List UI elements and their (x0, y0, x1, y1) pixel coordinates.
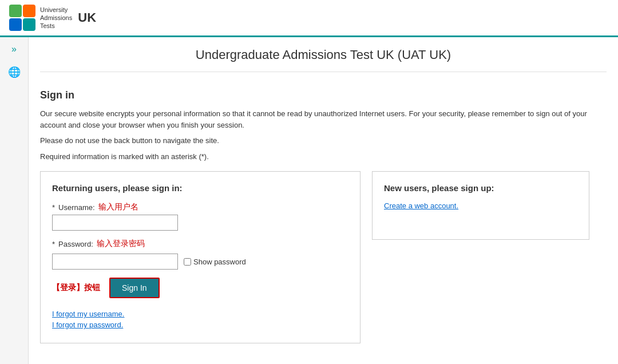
forgot-password-link[interactable]: I forgot my password. (52, 321, 348, 329)
page-wrapper: » 🌐 Undergraduate Admissions Test UK (UA… (0, 37, 618, 364)
signin-action-row: 【登录】按钮 Sign In (52, 278, 348, 298)
logo-squares (9, 5, 35, 31)
logo-container: University Admissions Tests UK (9, 5, 96, 31)
header: University Admissions Tests UK (0, 0, 618, 37)
logo-sq-orange (23, 5, 35, 17)
info-text-1: Our secure website encrypts your persona… (40, 108, 607, 130)
login-annotation: 【登录】按钮 (52, 283, 100, 293)
forgot-links: I forgot my username. I forgot my passwo… (52, 310, 348, 329)
new-users-box: New users, please sign up: Create a web … (372, 171, 589, 240)
show-password-label[interactable]: Show password (184, 258, 246, 266)
logo-sq-green (9, 5, 22, 17)
username-input[interactable] (52, 215, 178, 231)
logo-line1: University (40, 6, 72, 14)
page-title: Undergraduate Admissions Test UK (UAT UK… (40, 48, 607, 62)
two-col-layout: Returning users, please sign in: * Usern… (40, 171, 607, 343)
page-title-bar: Undergraduate Admissions Test UK (UAT UK… (40, 37, 607, 72)
password-input-row: Show password (52, 254, 348, 270)
show-password-checkbox[interactable] (184, 258, 191, 266)
username-label-row: * Username: 输入用户名 (52, 202, 138, 212)
logo-sq-teal (23, 18, 35, 31)
logo-line3: Tests (40, 22, 72, 30)
password-annotation: 输入登录密码 (97, 239, 145, 249)
show-password-text: Show password (193, 258, 246, 266)
sidebar-chevron-icon[interactable]: » (11, 44, 17, 54)
returning-users-heading: Returning users, please sign in: (52, 183, 348, 193)
create-web-account-link[interactable]: Create a web account. (384, 201, 458, 210)
signin-heading: Sign in (40, 89, 607, 101)
username-row: * Username: 输入用户名 (52, 202, 348, 231)
logo-line2: Admissions (40, 14, 72, 22)
password-input[interactable] (52, 254, 178, 270)
globe-icon[interactable]: 🌐 (8, 66, 21, 78)
sidebar: » 🌐 (0, 37, 29, 364)
returning-users-box: Returning users, please sign in: * Usern… (40, 171, 360, 343)
info-text-3: Required information is marked with an a… (40, 151, 607, 163)
logo-uk-text: UK (78, 10, 96, 25)
signin-section: Sign in Our secure website encrypts your… (40, 84, 607, 349)
username-annotation: 输入用户名 (98, 202, 138, 212)
username-required-star: * (52, 203, 55, 212)
password-label-text: Password: (58, 240, 93, 248)
password-row-container: * Password: 输入登录密码 Show password (52, 239, 348, 270)
username-label-text: Username: (58, 203, 95, 212)
logo-text: University Admissions Tests (40, 6, 72, 30)
logo-sq-blue (9, 18, 22, 31)
forgot-username-link[interactable]: I forgot my username. (52, 310, 348, 318)
password-required-star: * (52, 240, 55, 248)
info-text-2: Please do not use the back button to nav… (40, 135, 607, 147)
sign-in-button[interactable]: Sign In (109, 278, 160, 298)
password-label-row: * Password: 输入登录密码 (52, 239, 145, 249)
main-content: Undergraduate Admissions Test UK (UAT UK… (29, 37, 618, 364)
new-users-heading: New users, please sign up: (384, 183, 577, 193)
